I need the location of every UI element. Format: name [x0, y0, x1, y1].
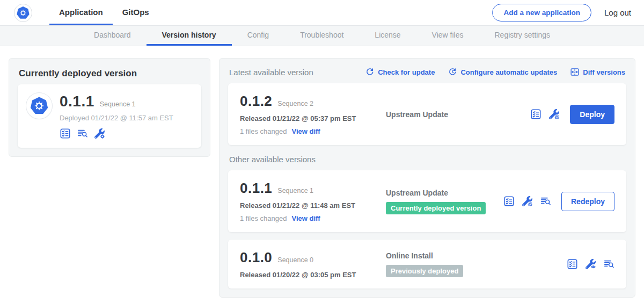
view-diff-link[interactable]: View diff — [291, 214, 320, 222]
diff-versions-link[interactable]: Diff versions — [570, 67, 625, 77]
top-tab-application[interactable]: Application — [49, 0, 113, 25]
view-files-diff-icon[interactable] — [540, 196, 551, 207]
released-timestamp: Released 01/21/22 @ 05:37 pm EST — [240, 114, 380, 122]
edit-config-icon[interactable] — [94, 128, 105, 139]
sequence-label: Sequence 2 — [277, 100, 313, 107]
sequence-label: Sequence 1 — [277, 187, 313, 194]
subnav-item-registry-settings[interactable]: Registry settings — [479, 26, 566, 46]
version-actions: Deploy — [530, 105, 614, 124]
logout-link[interactable]: Log out — [604, 8, 631, 17]
deployed-timestamp: Deployed 01/21/22 @ 11:57 am EST — [60, 114, 173, 122]
auto-update-icon — [448, 67, 457, 77]
version-source-label: Online Install — [386, 251, 567, 260]
preflight-checks-icon[interactable] — [567, 258, 578, 270]
deployed-version-actions — [60, 128, 173, 139]
check-for-update-link[interactable]: Check for update — [365, 67, 435, 77]
refresh-icon — [365, 67, 375, 77]
other-versions-title: Other available versions — [228, 145, 626, 170]
preflight-checks-icon[interactable] — [60, 128, 71, 139]
version-number: 0.1.2 — [240, 93, 272, 110]
released-timestamp: Released 01/20/22 @ 03:05 pm EST — [240, 271, 380, 279]
version-card: 0.1.1 Sequence 1 Released 01/21/22 @ 11:… — [228, 170, 626, 232]
deployed-version-number: 0.1.1 — [60, 93, 94, 110]
view-diff-link[interactable]: View diff — [291, 127, 320, 135]
kubernetes-logo — [14, 4, 32, 22]
files-changed-label: 1 files changed — [240, 214, 287, 222]
version-source-label: Upstream Update — [386, 189, 503, 197]
panel-actions: Check for update Configure automatic upd… — [365, 67, 625, 77]
version-number: 0.1.0 — [240, 249, 272, 266]
subnav: DashboardVersion historyConfigTroublesho… — [0, 26, 644, 46]
deployed-sequence-label: Sequence 1 — [100, 100, 136, 108]
view-files-diff-icon[interactable] — [603, 258, 614, 270]
topbar-right: Add a new application Log out — [492, 0, 631, 25]
currently-deployed-title: Currently deployed version — [18, 66, 201, 84]
version-number: 0.1.1 — [240, 180, 272, 197]
diff-icon — [570, 67, 580, 77]
released-timestamp: Released 01/21/22 @ 11:48 am EST — [240, 201, 380, 210]
configure-automatic-updates-link[interactable]: Configure automatic updates — [448, 67, 557, 77]
version-source-label: Upstream Update — [386, 110, 530, 119]
subnav-item-license[interactable]: License — [359, 26, 416, 46]
files-changed-label: 1 files changed — [240, 127, 287, 135]
subnav-item-config[interactable]: Config — [232, 26, 284, 46]
redeploy-button[interactable]: Redeploy — [561, 192, 614, 211]
subnav-item-version-history[interactable]: Version history — [147, 26, 232, 46]
latest-available-title: Latest available version — [229, 68, 313, 77]
version-actions — [567, 258, 614, 270]
top-tab-gitops[interactable]: GitOps — [113, 0, 159, 25]
status-badge: Currently deployed version — [386, 202, 486, 214]
app-icon — [26, 93, 52, 119]
preflight-checks-icon[interactable] — [530, 109, 541, 120]
view-files-diff-icon[interactable] — [77, 128, 88, 139]
app-tabs: ApplicationGitOps — [49, 0, 159, 25]
currently-deployed-card: 0.1.1 Sequence 1 Deployed 01/21/22 @ 11:… — [18, 84, 201, 148]
add-application-button[interactable]: Add a new application — [492, 4, 591, 21]
main-content: Currently deployed version 0.1.1 Sequenc… — [0, 46, 644, 298]
deploy-button[interactable]: Deploy — [570, 105, 614, 124]
version-card: 0.1.2 Sequence 2 Released 01/21/22 @ 05:… — [228, 83, 626, 145]
subnav-item-troubleshoot[interactable]: Troubleshoot — [284, 26, 359, 46]
view-config-icon[interactable] — [585, 258, 596, 270]
edit-config-icon[interactable] — [522, 196, 533, 207]
subnav-item-view-files[interactable]: View files — [416, 26, 479, 46]
subnav-item-dashboard[interactable]: Dashboard — [78, 26, 147, 46]
currently-deployed-panel: Currently deployed version 0.1.1 Sequenc… — [9, 58, 210, 157]
version-history-panel: Latest available version Check for updat… — [219, 58, 635, 298]
preflight-checks-icon[interactable] — [503, 196, 515, 207]
top-navbar: ApplicationGitOps Add a new application … — [0, 0, 644, 26]
version-card: 0.1.0 Sequence 0 Released 01/20/22 @ 03:… — [228, 240, 626, 288]
version-actions: Redeploy — [503, 192, 614, 211]
sequence-label: Sequence 0 — [277, 256, 313, 264]
status-badge: Previously deployed — [386, 265, 463, 277]
edit-config-icon[interactable] — [548, 109, 560, 120]
